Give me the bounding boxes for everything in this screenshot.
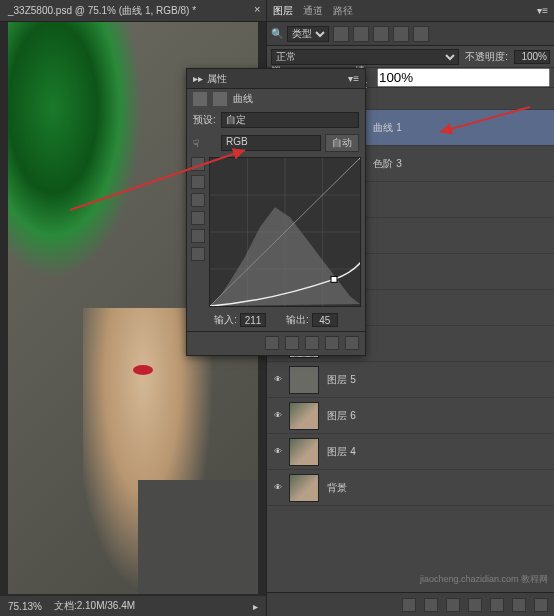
- properties-panel[interactable]: ▸▸ 属性 ▾≡ 曲线 预设: 自定 ☟ RGB 自动: [186, 68, 366, 356]
- black-point-eyedropper-icon[interactable]: [191, 211, 205, 225]
- filter-kind-dropdown[interactable]: 类型: [287, 26, 329, 42]
- toggle-visibility-icon[interactable]: [325, 336, 339, 350]
- gray-point-eyedropper-icon[interactable]: [191, 229, 205, 243]
- layer-thumbnail[interactable]: [289, 366, 319, 394]
- filter-search-icon[interactable]: 🔍: [271, 28, 283, 39]
- layer-fx-icon[interactable]: [424, 598, 438, 612]
- panel-menu-icon[interactable]: ▾≡: [537, 5, 548, 16]
- visibility-toggle-icon[interactable]: [271, 409, 285, 423]
- curve-input-field[interactable]: [240, 313, 266, 327]
- svg-rect-7: [331, 276, 337, 282]
- status-caret-icon[interactable]: ▸: [253, 601, 258, 612]
- pencil-curve-tool-icon[interactable]: [191, 175, 205, 189]
- delete-adjustment-icon[interactable]: [345, 336, 359, 350]
- document-area: _33Z5800.psd @ 75.1% (曲线 1, RGB/8) * × 7…: [0, 0, 266, 616]
- panel-tab-bar: 图层 通道 路径 ▾≡: [267, 0, 554, 22]
- point-curve-tool-icon[interactable]: [191, 157, 205, 171]
- white-point-eyedropper-icon[interactable]: [191, 247, 205, 261]
- opacity-label: 不透明度:: [465, 50, 508, 64]
- layer-name[interactable]: 背景: [327, 481, 347, 495]
- layer-thumbnail[interactable]: [289, 438, 319, 466]
- properties-footer: [187, 331, 365, 353]
- layer-name[interactable]: 图层 5: [327, 373, 355, 387]
- output-label: 输出:: [286, 313, 309, 327]
- properties-panel-title: 属性: [207, 72, 227, 86]
- doc-info: 文档:2.10M/36.4M: [54, 599, 135, 613]
- reset-icon[interactable]: [305, 336, 319, 350]
- layer-name[interactable]: 曲线 1: [373, 121, 401, 135]
- view-previous-icon[interactable]: [285, 336, 299, 350]
- visibility-toggle-icon[interactable]: [271, 373, 285, 387]
- filter-pixel-icon[interactable]: [333, 26, 349, 42]
- adjustment-name: 曲线: [233, 92, 253, 106]
- filter-text-icon[interactable]: [373, 26, 389, 42]
- close-icon[interactable]: ×: [254, 3, 260, 15]
- layer-row[interactable]: 图层 6: [267, 398, 554, 434]
- new-adjustment-icon[interactable]: [468, 598, 482, 612]
- layer-row[interactable]: 图层 5: [267, 362, 554, 398]
- filter-shape-icon[interactable]: [393, 26, 409, 42]
- layer-filter-bar: 🔍 类型: [267, 22, 554, 46]
- tab-channels[interactable]: 通道: [303, 4, 323, 18]
- blend-mode-dropdown[interactable]: 正常: [271, 49, 459, 65]
- adjustment-title-row: 曲线: [187, 89, 365, 109]
- input-label: 输入:: [214, 313, 237, 327]
- visibility-toggle-icon[interactable]: [271, 481, 285, 495]
- clip-to-layer-icon[interactable]: [265, 336, 279, 350]
- layer-row[interactable]: 图层 4: [267, 434, 554, 470]
- curve-output-field[interactable]: [312, 313, 338, 327]
- finger-tool-icon[interactable]: ☟: [193, 138, 217, 149]
- tab-layers[interactable]: 图层: [273, 4, 293, 18]
- add-mask-icon[interactable]: [446, 598, 460, 612]
- channel-dropdown[interactable]: RGB: [221, 135, 321, 151]
- opacity-field[interactable]: [514, 50, 550, 64]
- preset-dropdown[interactable]: 自定: [221, 112, 359, 128]
- document-tab-title: _33Z5800.psd @ 75.1% (曲线 1, RGB/8) *: [8, 4, 196, 18]
- mask-icon: [213, 92, 227, 106]
- tab-paths[interactable]: 路径: [333, 4, 353, 18]
- layer-name[interactable]: 图层 6: [327, 409, 355, 423]
- layers-panel-footer: [267, 592, 554, 616]
- layer-row[interactable]: 背景: [267, 470, 554, 506]
- document-tab[interactable]: _33Z5800.psd @ 75.1% (曲线 1, RGB/8) * ×: [0, 0, 266, 22]
- status-bar: 75.13% 文档:2.10M/36.4M ▸: [0, 596, 266, 616]
- filter-adjustment-icon[interactable]: [353, 26, 369, 42]
- blend-row: 正常 不透明度:: [267, 46, 554, 68]
- new-group-icon[interactable]: [490, 598, 504, 612]
- curves-graph[interactable]: [209, 157, 361, 307]
- preset-row: 预设: 自定: [187, 109, 365, 131]
- curves-io-row: 输入: 输出:: [187, 309, 365, 331]
- curves-tool-strip: [191, 157, 207, 307]
- layer-thumbnail[interactable]: [289, 474, 319, 502]
- filter-smart-icon[interactable]: [413, 26, 429, 42]
- preset-label: 预设:: [193, 113, 217, 127]
- layer-name[interactable]: 色阶 3: [373, 157, 401, 171]
- smooth-tool-icon[interactable]: [191, 193, 205, 207]
- visibility-toggle-icon[interactable]: [271, 445, 285, 459]
- panel-menu-icon[interactable]: ▾≡: [348, 73, 359, 84]
- link-layers-icon[interactable]: [402, 598, 416, 612]
- new-layer-icon[interactable]: [512, 598, 526, 612]
- layer-thumbnail[interactable]: [289, 402, 319, 430]
- delete-layer-icon[interactable]: [534, 598, 548, 612]
- curves-icon: [193, 92, 207, 106]
- zoom-level[interactable]: 75.13%: [8, 601, 42, 612]
- collapse-icon[interactable]: ▸▸: [193, 73, 203, 84]
- layer-name[interactable]: 图层 4: [327, 445, 355, 459]
- auto-button[interactable]: 自动: [325, 134, 359, 152]
- curves-editor: [187, 155, 365, 309]
- fill-field[interactable]: [377, 68, 550, 87]
- channel-row: ☟ RGB 自动: [187, 131, 365, 155]
- properties-panel-header[interactable]: ▸▸ 属性 ▾≡: [187, 69, 365, 89]
